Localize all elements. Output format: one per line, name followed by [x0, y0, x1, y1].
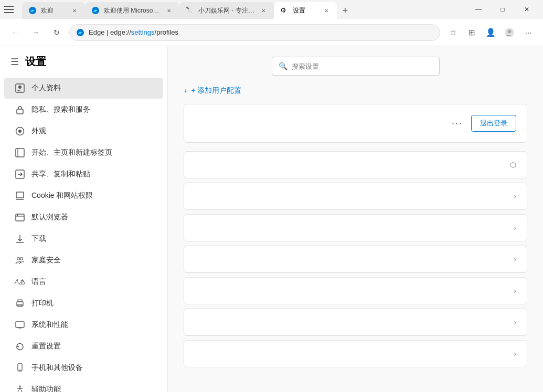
appearance-icon — [15, 126, 25, 136]
tab-knife[interactable]: 🔪 小刀娱乐网 - 专注活动 ✕ — [179, 2, 274, 19]
tabs-area: 欢迎 ✕ 欢迎使用 Microsoft Edg ✕ 🔪 小刀娱乐网 - 专注活动… — [22, 0, 464, 19]
settings-row-2[interactable]: › — [184, 183, 527, 210]
search-bar[interactable]: 🔍 — [272, 57, 440, 76]
more-tools-icon[interactable]: ··· — [520, 24, 537, 41]
settings-row-5[interactable]: › — [184, 277, 527, 304]
accessibility-icon — [15, 384, 25, 392]
tab-settings-title: 设置 — [293, 6, 318, 15]
sidebar-item-system[interactable]: 系统和性能 — [4, 314, 163, 335]
external-link-icon: ⬡ — [510, 161, 516, 169]
title-bar: 欢迎 ✕ 欢迎使用 Microsoft Edg ✕ 🔪 小刀娱乐网 - 专注活动… — [0, 0, 543, 19]
tab-edge-welcome[interactable]: 欢迎使用 Microsoft Edg ✕ — [85, 2, 179, 19]
search-input[interactable] — [292, 62, 433, 70]
tab-settings[interactable]: ⚙ 设置 ✕ — [274, 2, 337, 19]
system-icon — [15, 320, 25, 330]
reload-button[interactable]: ↻ — [48, 24, 65, 41]
minimize-button[interactable]: — — [466, 1, 491, 18]
sidebar-menu-icon[interactable]: ☰ — [10, 56, 19, 68]
printer-icon — [15, 298, 25, 309]
sidebar-item-mobile[interactable]: 手机和其他设备 — [4, 357, 163, 378]
tab-knife-close[interactable]: ✕ — [259, 6, 268, 15]
sidebar-label-profiles: 个人资料 — [31, 83, 61, 93]
toolbar-icons: ☆ ⊞ 👤 ··· — [444, 24, 537, 41]
sidebar-item-browser[interactable]: 默认浏览器 — [4, 207, 163, 228]
forward-button[interactable]: → — [27, 24, 44, 41]
window-buttons: — □ ✕ — [466, 1, 539, 18]
sidebar-item-share[interactable]: 共享、复制和粘贴 — [4, 164, 163, 185]
sidebar-header: ☰ 设置 — [0, 46, 167, 77]
sidebar-label-family: 家庭安全 — [31, 256, 61, 265]
sidebar-item-accessibility[interactable]: 辅助功能 — [4, 379, 163, 392]
tab-edge-welcome-close[interactable]: ✕ — [165, 6, 173, 15]
svg-point-18 — [17, 258, 20, 260]
sidebar-item-language[interactable]: Aあ 语言 — [4, 271, 163, 292]
settings-row-4[interactable]: › — [184, 246, 527, 273]
settings-row-3[interactable]: › — [184, 214, 527, 241]
add-profile-button[interactable]: + + 添加用户配置 — [184, 86, 527, 96]
search-icon: 🔍 — [279, 62, 288, 70]
tab-settings-close[interactable]: ✕ — [322, 6, 331, 15]
tab-welcome-close[interactable]: ✕ — [70, 6, 79, 15]
sidebar-item-family[interactable]: 家庭安全 — [4, 250, 163, 271]
sidebar-label-mobile: 手机和其他设备 — [31, 363, 83, 373]
svg-rect-21 — [18, 300, 22, 302]
sidebar-label-system: 系统和性能 — [31, 320, 68, 330]
sidebar-label-language: 语言 — [31, 277, 46, 287]
address-separator: | — [107, 28, 110, 36]
sidebar-item-privacy[interactable]: 隐私、搜索和服务 — [4, 99, 163, 120]
back-button[interactable]: ← — [6, 24, 23, 41]
more-options-button[interactable]: ··· — [452, 118, 463, 129]
main-layout: ☰ 设置 个人资料 隐私、搜索和服务 外观 开始、主页和新 — [0, 46, 543, 392]
sidebar-toggle-icon[interactable] — [4, 4, 15, 15]
svg-rect-13 — [16, 192, 24, 198]
tab-welcome-title: 欢迎 — [41, 6, 66, 15]
settings-row-7[interactable]: › — [184, 340, 527, 367]
logout-button[interactable]: 退出登录 — [471, 115, 516, 132]
tab-gear-icon: ⚙ — [280, 6, 289, 15]
sidebar-item-profiles[interactable]: 个人资料 — [4, 78, 163, 99]
svg-point-4 — [508, 29, 512, 33]
row-arrow-icon-4: › — [514, 287, 516, 295]
sidebar-item-startpage[interactable]: 开始、主页和新建标签页 — [4, 142, 163, 163]
profiles-icon — [15, 83, 25, 93]
profile-icon[interactable] — [501, 24, 518, 41]
sidebar-label-cookies: Cookie 和网站权限 — [31, 191, 93, 200]
svg-point-9 — [18, 130, 22, 133]
new-tab-button[interactable]: + — [337, 2, 354, 19]
row-arrow-icon-6: › — [514, 349, 516, 358]
address-text: Edge | edge://settings/profiles — [89, 28, 178, 36]
search-bar-wrap: 🔍 — [184, 57, 527, 76]
address-edge-icon — [76, 28, 84, 37]
privacy-icon — [15, 104, 25, 115]
share-icon[interactable]: 👤 — [482, 24, 499, 41]
favorites-icon[interactable]: ☆ — [444, 24, 461, 41]
sidebar-label-accessibility: 辅助功能 — [31, 385, 61, 392]
tab-edge2-icon — [91, 6, 100, 15]
row-arrow-icon-2: › — [514, 224, 516, 232]
address-input[interactable]: Edge | edge://settings/profiles — [69, 24, 440, 41]
settings-row-1[interactable]: ⬡ — [184, 151, 527, 178]
svg-point-26 — [19, 369, 20, 370]
language-icon: Aあ — [15, 277, 25, 287]
collections-icon[interactable]: ⊞ — [463, 24, 480, 41]
settings-row-6[interactable]: › — [184, 309, 527, 336]
svg-point-19 — [20, 258, 23, 260]
tab-welcome[interactable]: 欢迎 ✕ — [22, 2, 85, 19]
startpage-icon — [15, 147, 25, 158]
svg-point-27 — [19, 386, 21, 387]
sidebar-item-reset[interactable]: 重置设置 — [4, 336, 163, 357]
svg-rect-23 — [16, 322, 24, 327]
profile-actions: ··· 退出登录 — [195, 115, 516, 132]
maximize-button[interactable]: □ — [491, 1, 515, 18]
tab-edge-icon — [28, 6, 37, 15]
sidebar-item-cookies[interactable]: Cookie 和网站权限 — [4, 185, 163, 206]
sidebar-item-appearance[interactable]: 外观 — [4, 121, 163, 142]
sidebar-label-printer: 打印机 — [31, 299, 54, 308]
close-button[interactable]: ✕ — [515, 1, 539, 18]
tab-knife-title: 小刀娱乐网 - 专注活动 — [198, 6, 255, 15]
sidebar-label-share: 共享、复制和粘贴 — [31, 169, 90, 179]
sidebar-item-downloads[interactable]: 下载 — [4, 228, 163, 249]
address-bar: ← → ↻ Edge | edge://settings/profiles ☆ … — [0, 19, 543, 46]
sidebar-item-printer[interactable]: 打印机 — [4, 293, 163, 314]
address-prefix: Edge — [89, 28, 104, 36]
